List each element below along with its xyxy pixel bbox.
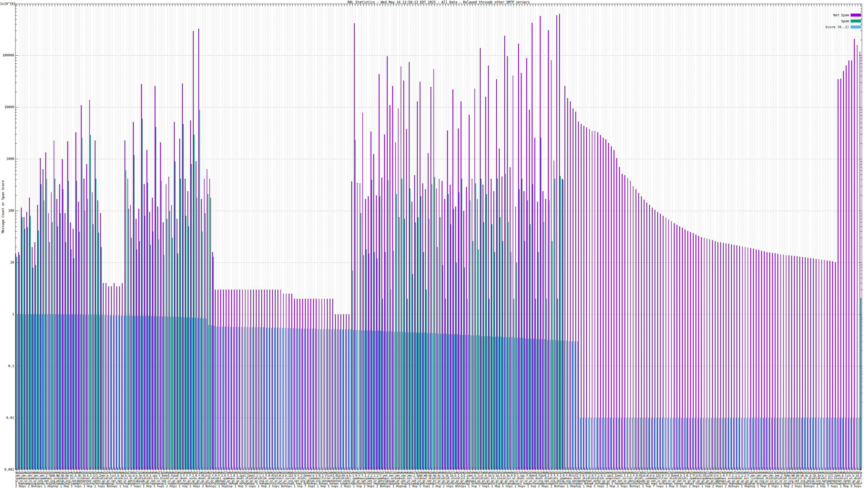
x-tick: [478, 467, 478, 471]
x-tick: [517, 467, 517, 471]
x-tick: [773, 4, 773, 6]
x-tick: [306, 467, 306, 471]
x-tick: [454, 4, 454, 6]
x-tick: [565, 4, 566, 6]
v-gridline: [858, 4, 859, 469]
v-gridline: [773, 4, 774, 469]
bar-notspam: [237, 290, 237, 469]
x-tick: [601, 467, 601, 471]
x-tick: [355, 467, 355, 471]
x-tick: [205, 4, 205, 6]
x-tick: [787, 467, 787, 471]
v-gridline: [640, 4, 640, 469]
bar-notspam: [709, 239, 710, 469]
bar-score: [140, 316, 141, 470]
bar-notspam: [715, 241, 716, 469]
x-tick: [546, 4, 547, 6]
legend-swatch-score: [850, 26, 861, 29]
bar-notspam: [813, 258, 814, 469]
x-tick: [404, 4, 405, 6]
bar-score: [410, 332, 411, 470]
x-tick: [484, 467, 484, 471]
x-tick: [625, 4, 626, 6]
x-tick: [27, 467, 28, 471]
bar-notspam: [644, 199, 645, 469]
bar-score: [290, 328, 291, 469]
x-tick: [456, 4, 457, 6]
bar-score: [492, 337, 493, 469]
bar-score: [640, 418, 641, 469]
bar-score: [553, 340, 553, 469]
x-tick: [664, 467, 664, 471]
x-tick: [164, 467, 164, 471]
bar-score: [353, 330, 354, 469]
bar-score: [279, 328, 280, 469]
x-tick: [860, 467, 861, 471]
x-tick: [623, 467, 623, 471]
x-tick: [240, 467, 241, 471]
x-tick: [765, 467, 765, 471]
y-tick-label: 0.001: [0, 468, 14, 471]
bar-score: [430, 333, 431, 469]
bar-score: [315, 329, 316, 469]
x-tick: [82, 467, 82, 471]
x-tick: [429, 4, 429, 6]
y-tick-label: 0.1: [0, 364, 14, 368]
bar-notspam: [753, 249, 754, 469]
x-tick: [754, 4, 754, 6]
bar-notspam: [321, 299, 322, 469]
x-tick: [680, 4, 681, 6]
x-tick: [713, 4, 713, 6]
x-tick: [795, 4, 795, 6]
x-tick: [142, 467, 143, 471]
bar-notspam: [108, 286, 109, 470]
x-tick: [361, 4, 361, 6]
x-tick: [52, 467, 52, 471]
v-gridline: [790, 4, 790, 469]
x-tick: [251, 467, 252, 471]
x-tick: [675, 4, 675, 6]
v-gridline: [653, 4, 653, 469]
bar-score: [178, 317, 179, 469]
v-gridline: [711, 4, 711, 469]
x-tick: [265, 4, 265, 6]
bar-score: [569, 341, 569, 469]
x-tick: [563, 4, 563, 6]
bar-score: [23, 314, 23, 469]
bar-notspam: [687, 231, 688, 470]
bar-score: [99, 315, 100, 469]
bar-notspam: [289, 294, 289, 469]
v-gridline: [852, 4, 853, 469]
bar-notspam: [589, 129, 590, 469]
v-gridline: [844, 4, 845, 469]
v-gridline: [721, 4, 722, 469]
x-tick: [535, 4, 536, 6]
bar-notspam: [748, 248, 748, 469]
bar-score: [28, 314, 29, 469]
bar-notspam: [215, 290, 216, 469]
x-tick: [847, 467, 847, 471]
x-tick: [481, 467, 481, 471]
bar-notspam: [633, 186, 633, 470]
x-tick: [224, 467, 224, 471]
x-tick: [787, 4, 787, 6]
x-tick: [666, 4, 667, 6]
bar-score: [380, 331, 381, 469]
x-tick: [262, 4, 262, 6]
x-tick: [642, 467, 642, 471]
x-tick: [358, 467, 358, 471]
bar-score: [367, 330, 368, 470]
bar-score: [545, 339, 545, 469]
bar-score: [438, 334, 439, 469]
v-gridline: [757, 4, 757, 469]
x-tick: [183, 467, 183, 471]
x-tick: [639, 4, 640, 6]
x-tick: [634, 467, 634, 471]
bar-score: [375, 331, 376, 469]
x-tick: [454, 467, 454, 471]
x-tick: [440, 467, 440, 471]
bar-score: [571, 341, 572, 469]
bar-notspam: [297, 299, 298, 469]
bar-notspam: [103, 283, 104, 469]
x-tick: [366, 467, 367, 471]
